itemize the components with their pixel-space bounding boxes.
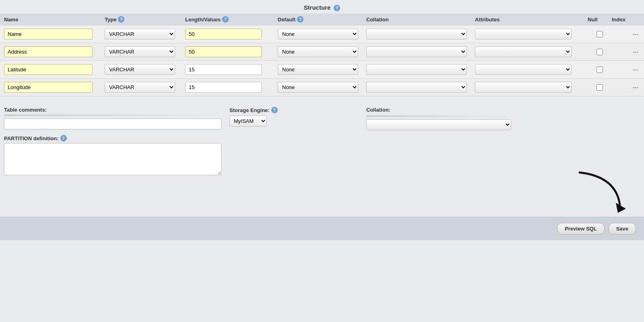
field-name-input-0[interactable] (4, 29, 93, 39)
field-collation-select-3[interactable] (366, 82, 467, 93)
table-comments-group: Table comments: (4, 107, 221, 129)
col-attributes-header: Attributes (475, 17, 588, 23)
field-type-select-1[interactable]: INTVARCHARTEXTDATEDATETIMEFLOATDOUBLEDEC… (105, 46, 175, 57)
field-default-select-2[interactable]: NoneAs definedNULLCURRENT_TIMESTAMP (278, 64, 358, 75)
table-row: INTVARCHARTEXTDATEDATETIMEFLOATDOUBLEDEC… (0, 25, 644, 43)
collation-label: Collation: (366, 107, 390, 113)
field-length-input-3[interactable] (185, 82, 262, 93)
field-type-select-2[interactable]: INTVARCHARTEXTDATEDATETIMEFLOATDOUBLEDEC… (105, 64, 175, 75)
col-default-header: Default ? (278, 16, 366, 23)
field-length-input-1[interactable] (185, 46, 262, 57)
structure-help-icon[interactable]: ? (334, 5, 340, 11)
field-type-select-3[interactable]: INTVARCHARTEXTDATEDATETIMEFLOATDOUBLEDEC… (105, 82, 175, 93)
collation-bottom-select[interactable] (366, 119, 511, 130)
field-default-select-1[interactable]: NoneAs definedNULLCURRENT_TIMESTAMP (278, 46, 358, 57)
fields-table: INTVARCHARTEXTDATEDATETIMEFLOATDOUBLEDEC… (0, 25, 644, 100)
field-attributes-select-0[interactable] (475, 29, 572, 39)
length-help-icon[interactable]: ? (222, 16, 229, 23)
type-help-icon[interactable]: ? (118, 16, 124, 23)
bottom-section: Table comments: PARTITION definition: ? (0, 100, 644, 181)
field-null-checkbox-2[interactable] (597, 66, 603, 73)
partition-help-icon[interactable]: ? (60, 135, 67, 141)
collation-section: Collation: (366, 107, 640, 130)
footer-bar: Preview SQL Save (0, 217, 644, 240)
field-default-select-3[interactable]: NoneAs definedNULLCURRENT_TIMESTAMP (278, 82, 358, 93)
field-name-input-3[interactable] (4, 82, 93, 93)
col-index-header: Index (612, 17, 640, 23)
field-attributes-select-1[interactable] (475, 46, 572, 57)
default-help-icon[interactable]: ? (297, 16, 303, 23)
table-row: INTVARCHARTEXTDATEDATETIMEFLOATDOUBLEDEC… (0, 79, 644, 96)
table-comments-input[interactable] (4, 118, 221, 129)
field-name-input-1[interactable] (4, 46, 93, 57)
storage-engine-help-icon[interactable]: ? (271, 107, 278, 113)
field-collation-select-2[interactable] (366, 64, 467, 75)
partition-label: PARTITION definition: (4, 135, 59, 141)
left-bottom: Table comments: PARTITION definition: ? (4, 107, 221, 177)
field-index-2: --- (612, 66, 640, 73)
field-index-3: --- (612, 84, 640, 91)
field-attributes-select-3[interactable] (475, 82, 572, 93)
save-button[interactable]: Save (609, 223, 636, 235)
col-type-header: Type ? (105, 16, 185, 23)
field-default-select-0[interactable]: NoneAs definedNULLCURRENT_TIMESTAMP (278, 29, 358, 39)
field-index-1: --- (612, 49, 640, 55)
table-row: INTVARCHARTEXTDATEDATETIMEFLOATDOUBLEDEC… (0, 61, 644, 79)
field-null-checkbox-0[interactable] (597, 31, 603, 37)
partition-textarea[interactable] (4, 143, 221, 175)
field-length-input-2[interactable] (185, 64, 262, 75)
field-index-0: --- (612, 31, 640, 37)
table-row: INTVARCHARTEXTDATEDATETIMEFLOATDOUBLEDEC… (0, 43, 644, 61)
preview-sql-button[interactable]: Preview SQL (557, 223, 604, 235)
col-collation-header: Collation (366, 17, 475, 23)
arrow-section (0, 181, 644, 213)
arrow-annotation (568, 168, 628, 213)
svg-marker-0 (616, 203, 626, 213)
field-attributes-select-2[interactable] (475, 64, 572, 75)
storage-engine-select[interactable]: MyISAMInnoDBMEMORYCSVARCHIVE (229, 116, 267, 127)
column-headers: Name Type ? Length/Values ? Default ? Co… (0, 14, 644, 25)
table-comments-label: Table comments: (4, 107, 221, 113)
page-title: Structure (304, 4, 331, 11)
field-type-select-0[interactable]: INTVARCHARTEXTDATEDATETIMEFLOATDOUBLEDEC… (105, 29, 175, 39)
field-null-checkbox-3[interactable] (597, 84, 603, 91)
field-collation-select-0[interactable] (366, 29, 467, 39)
field-length-input-0[interactable] (185, 29, 262, 39)
structure-header: Structure ? (0, 0, 644, 14)
field-name-input-2[interactable] (4, 64, 93, 75)
col-null-header: Null (588, 17, 612, 23)
col-length-header: Length/Values ? (185, 16, 278, 23)
storage-engine-label: Storage Engine: (229, 107, 270, 113)
field-null-checkbox-1[interactable] (597, 49, 603, 55)
field-collation-select-1[interactable] (366, 46, 467, 57)
storage-engine-section: Storage Engine: ? MyISAMInnoDBMEMORYCSVA… (229, 107, 358, 131)
col-name-header: Name (4, 17, 105, 23)
partition-group: PARTITION definition: ? (4, 135, 221, 177)
